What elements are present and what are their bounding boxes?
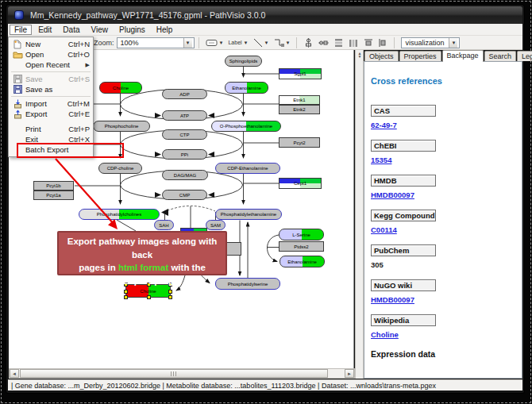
menu-edit[interactable]: Edit (33, 25, 56, 35)
xref-link[interactable]: HMDB00097 (371, 190, 515, 199)
align-center-horizontal-icon[interactable] (302, 37, 315, 48)
selection-handle[interactable] (168, 295, 172, 299)
menu-item-shortcut: Ctrl+S (62, 75, 90, 83)
datanode-tool-button[interactable]: ▼ (204, 37, 226, 48)
splitter-collapse-icon[interactable]: ▲▼ (357, 52, 363, 58)
pathway-node-ethanolamine[interactable]: Ethanolamine (225, 82, 268, 94)
pathway-node-phosphatidylethanolamine[interactable]: Phosphatidylethanolamine (215, 209, 282, 220)
menu-plugins[interactable]: Plugins (114, 25, 150, 35)
pathway-node-adp[interactable]: ADP (162, 89, 207, 99)
file-menu-item-save[interactable]: SaveCtrl+S (9, 74, 93, 84)
line-tool-button[interactable]: ▼ (252, 37, 271, 48)
selection-handle[interactable] (147, 295, 151, 299)
tab-search[interactable]: Search (484, 51, 517, 61)
pathway-node-dag-mag[interactable]: DAG/MAG (162, 170, 208, 180)
label-tool-button[interactable]: Label ▼ (226, 37, 249, 48)
node-label: L-Serine (292, 233, 310, 237)
align-center-vertical-icon[interactable] (317, 37, 330, 48)
pathway-node-ctp[interactable]: CTP (162, 129, 207, 140)
xref-link[interactable]: 15354 (371, 156, 515, 164)
node-label: Choline (140, 289, 156, 294)
file-menu-item-print[interactable]: PrintCtrl+P (9, 124, 93, 134)
pathway-node-choline[interactable]: Choline (99, 82, 142, 94)
chevron-down-icon[interactable]: ▼ (244, 40, 249, 45)
pathway-node-sgpl1[interactable]: Sgpl1 (279, 68, 322, 79)
file-menu-item-new[interactable]: NewCtrl+N (9, 39, 93, 49)
tab-legend[interactable]: Legend (517, 51, 532, 61)
node-label: SAH (159, 223, 168, 228)
pathway-node-cdp-ethanolamine[interactable]: CDP-Ethanolamine (215, 163, 280, 174)
panel-splitter[interactable]: ▲▼ (355, 50, 364, 379)
scroll-left-icon[interactable]: ◄ (10, 369, 19, 378)
pathway-node-ppi[interactable]: PPi (162, 149, 207, 160)
pathway-node-sam[interactable]: SAM (206, 220, 226, 230)
pathway-node-etnk2[interactable]: Etnk2 (279, 105, 320, 114)
pathway-node-cmp[interactable]: CMP (162, 190, 207, 200)
menu-file[interactable]: File (10, 25, 32, 35)
align-top-icon[interactable] (362, 37, 375, 48)
file-menu-item-open[interactable]: OpenCtrl+O (9, 49, 93, 60)
distribute-horizontal-icon[interactable] (347, 37, 360, 48)
xref-link[interactable]: HMDB00097 (371, 295, 515, 304)
file-menu-item-open-recent[interactable]: Open Recent▶ (9, 60, 93, 70)
pathway-node-sah[interactable]: SAH (154, 220, 174, 230)
menu-item-shortcut: Ctrl+X (62, 135, 90, 144)
zoom-combobox[interactable]: 100% ▼ (117, 37, 195, 48)
chevron-down-icon[interactable]: ▼ (219, 40, 224, 45)
pathway-node-etnk1[interactable]: Etnk1 (279, 95, 320, 105)
scroll-right-icon[interactable]: ► (345, 369, 354, 378)
file-menu-item-import[interactable]: ImportCtrl+M (9, 98, 93, 109)
file-menu-item-batch-export[interactable]: Batch Export (9, 144, 93, 155)
pathway-node-ethanolamine[interactable]: Ethanolamine (279, 256, 325, 267)
node-label: Etnk2 (293, 107, 305, 112)
pathway-node-phosphocholine[interactable]: Phosphocholine (93, 121, 150, 132)
chevron-down-icon[interactable]: ▼ (264, 40, 269, 45)
tab-backpage[interactable]: Backpage (442, 50, 484, 62)
pathway-node-cept1[interactable]: Cept1 (279, 178, 322, 189)
pathway-node-l-serine[interactable]: L-Serine (279, 229, 324, 240)
visualization-combobox[interactable]: visualization ▼ (401, 37, 460, 48)
menu-item-shortcut: Ctrl+P (62, 125, 90, 133)
xref-link[interactable]: 62-49-7 (371, 121, 515, 129)
file-menu-item-exit[interactable]: ExitCtrl+X (9, 134, 93, 144)
pathway-node-atp[interactable]: ATP (162, 110, 207, 121)
menu-help[interactable]: Help (152, 25, 178, 35)
distribute-vertical-icon[interactable] (332, 37, 345, 48)
menu-item-label: Batch Export (24, 145, 90, 154)
pathway-node-cdp-choline[interactable]: CDP-choline (98, 163, 142, 174)
file-menu-item-export[interactable]: ExportCtrl+E (9, 109, 93, 119)
selection-handle[interactable] (124, 290, 128, 294)
scrollbar-thumb[interactable] (20, 369, 328, 378)
toolbar-separator (199, 37, 199, 48)
selection-handle[interactable] (168, 290, 172, 294)
pathvisio-app-icon (14, 10, 24, 20)
menu-view[interactable]: View (86, 25, 113, 35)
pathway-node-ptdss2[interactable]: Ptdss2 (279, 241, 324, 252)
file-menu-item-save-as[interactable]: Save as (9, 84, 93, 94)
canvas-horizontal-scrollbar[interactable]: ◄ ► (9, 368, 355, 379)
align-left-icon[interactable] (376, 37, 389, 48)
pathway-node-pcyt2[interactable]: Pcyt2 (279, 137, 320, 148)
connector-tool-button[interactable]: ▼ (272, 37, 292, 48)
node-label: Phosphatidylethanolamine (221, 212, 276, 217)
node-label: Sgpl1 (294, 71, 306, 76)
menu-data[interactable]: Data (58, 25, 84, 35)
pathway-node-pcyt1a[interactable]: Pcyt1a (33, 190, 74, 200)
node-label: ADP (179, 92, 189, 97)
node-label: Etnk1 (293, 98, 305, 102)
chevron-down-icon[interactable]: ▼ (286, 40, 291, 45)
chevron-down-icon[interactable]: ▼ (183, 38, 192, 48)
scrollbar-grip (171, 371, 177, 376)
selection-handle[interactable] (124, 295, 128, 299)
pathway-node-pcyt1b[interactable]: Pcyt1b (33, 181, 74, 190)
node-label: SAM (210, 223, 221, 228)
tab-properties[interactable]: Properties (399, 51, 441, 61)
pathway-node-sphingolipids[interactable]: Sphingolipids (225, 56, 262, 67)
new-document-icon (11, 40, 24, 49)
pathway-node-o-phosphoethanolamine[interactable]: O-Phosphoethanolamine (211, 121, 281, 132)
pathway-node-phosphatidylcholines[interactable]: Phosphatidylcholines (79, 209, 160, 220)
xref-link[interactable]: C00114 (371, 225, 515, 234)
xref-link[interactable]: Choline (371, 330, 515, 339)
chevron-down-icon[interactable]: ▼ (449, 38, 457, 48)
tab-objects[interactable]: Objects (364, 51, 399, 61)
